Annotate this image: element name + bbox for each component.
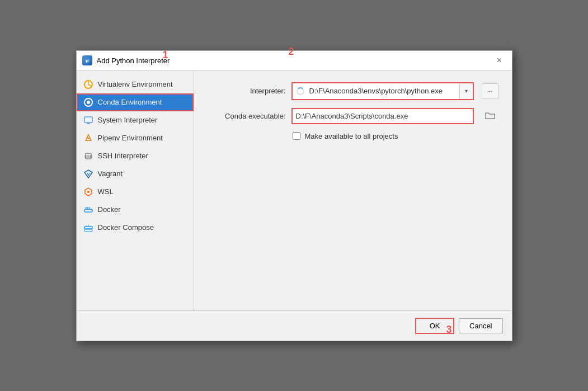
interpreter-input-group: ▾ bbox=[291, 82, 474, 100]
sidebar-label-wsl: WSL bbox=[98, 187, 114, 196]
vagrant-icon: V bbox=[83, 169, 93, 179]
conda-input-group bbox=[291, 108, 474, 124]
system-icon bbox=[83, 115, 93, 125]
sidebar-item-docker[interactable]: Docker bbox=[77, 201, 194, 219]
dialog-title: Add Python Interpreter bbox=[97, 56, 170, 65]
annotation-2: 2 bbox=[289, 46, 294, 58]
sidebar-label-ssh: SSH Interpreter bbox=[98, 152, 148, 160]
ssh-icon: SSH bbox=[83, 151, 93, 161]
add-interpreter-dialog: P Add Python Interpreter × bbox=[76, 50, 512, 341]
svg-text:SSH: SSH bbox=[84, 154, 92, 158]
interpreter-label: Interpreter: bbox=[208, 87, 286, 95]
interpreter-dropdown-btn[interactable]: ▾ bbox=[459, 83, 473, 99]
svg-point-11 bbox=[87, 191, 90, 193]
interpreter-more-btn[interactable]: ··· bbox=[482, 83, 498, 99]
conda-row: Conda executable: bbox=[208, 108, 498, 124]
sidebar-item-ssh[interactable]: SSH SSH Interpreter bbox=[77, 147, 194, 165]
checkbox-row: Make available to all projects bbox=[293, 132, 498, 140]
sidebar-label-docker: Docker bbox=[98, 205, 121, 214]
conda-icon bbox=[83, 97, 93, 107]
annotation-1: 1 bbox=[163, 49, 168, 61]
sidebar-item-pipenv[interactable]: Pipenv Environment bbox=[77, 129, 194, 147]
svg-point-4 bbox=[87, 101, 90, 104]
make-available-label[interactable]: Make available to all projects bbox=[305, 132, 398, 140]
docker-icon bbox=[83, 205, 93, 215]
close-button[interactable]: × bbox=[493, 54, 506, 67]
svg-rect-13 bbox=[86, 208, 87, 209]
sidebar-label-virtualenv: Virtualenv Environment bbox=[98, 80, 173, 88]
annotation-3: 3 bbox=[446, 324, 451, 336]
sidebar-label-conda: Conda Environment bbox=[98, 98, 162, 106]
interpreter-row: Interpreter: ▾ ··· bbox=[208, 82, 498, 100]
sidebar-label-docker-compose: Docker Compose bbox=[98, 223, 154, 232]
sidebar-item-vagrant[interactable]: V Vagrant bbox=[77, 165, 194, 183]
title-bar-left: P Add Python Interpreter bbox=[82, 55, 170, 65]
virtualenv-icon bbox=[83, 79, 93, 89]
svg-rect-14 bbox=[88, 208, 90, 209]
svg-text:P: P bbox=[86, 59, 89, 64]
sidebar-item-system[interactable]: System Interpreter bbox=[77, 111, 194, 129]
sidebar-item-conda[interactable]: Conda Environment bbox=[77, 93, 194, 111]
main-content: Interpreter: ▾ ··· Conda executable: bbox=[194, 71, 512, 310]
docker-compose-icon bbox=[83, 223, 93, 233]
interpreter-input[interactable] bbox=[306, 84, 459, 98]
dialog-body: Virtualenv Environment Conda Environment bbox=[77, 71, 512, 310]
sidebar-item-wsl[interactable]: WSL bbox=[77, 183, 194, 201]
wsl-icon bbox=[83, 187, 93, 197]
conda-folder-btn[interactable] bbox=[482, 108, 498, 124]
sidebar-label-pipenv: Pipenv Environment bbox=[98, 134, 163, 142]
svg-text:V: V bbox=[87, 172, 90, 177]
conda-label: Conda executable: bbox=[208, 112, 286, 120]
sidebar-label-vagrant: Vagrant bbox=[98, 169, 123, 178]
sidebar-item-virtualenv[interactable]: Virtualenv Environment bbox=[77, 76, 194, 93]
svg-rect-5 bbox=[84, 117, 92, 123]
pipenv-icon bbox=[83, 133, 93, 143]
cancel-button[interactable]: Cancel bbox=[459, 318, 502, 333]
sidebar-label-system: System Interpreter bbox=[98, 116, 158, 124]
loading-spinner bbox=[295, 86, 306, 97]
sidebar-item-docker-compose[interactable]: Docker Compose bbox=[77, 219, 194, 237]
app-icon: P bbox=[82, 55, 92, 65]
conda-input[interactable] bbox=[293, 109, 473, 123]
svg-rect-15 bbox=[84, 227, 92, 229]
svg-rect-16 bbox=[84, 229, 92, 232]
make-available-checkbox[interactable] bbox=[293, 132, 300, 140]
sidebar: Virtualenv Environment Conda Environment bbox=[77, 71, 194, 310]
